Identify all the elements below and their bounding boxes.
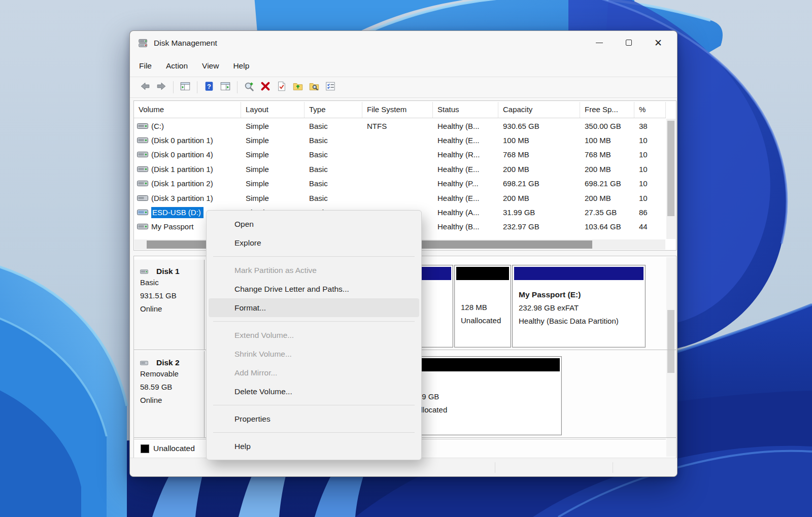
titlebar[interactable]: Disk Management ✕ xyxy=(130,31,677,55)
scrollbar-thumb[interactable] xyxy=(667,310,674,373)
menubar-item-view[interactable]: View xyxy=(202,58,226,74)
context-menu-item-explore[interactable]: Explore xyxy=(209,233,419,252)
legend-label: Unallocated xyxy=(153,444,195,453)
context-menu-item-help[interactable]: Help xyxy=(209,437,419,456)
volume-row[interactable]: (Disk 3 partition 1)SimpleBasicHealthy (… xyxy=(134,191,666,205)
percent-free-cell: 10 xyxy=(634,194,666,202)
drive-icon xyxy=(137,166,148,173)
close-button[interactable]: ✕ xyxy=(644,31,673,54)
volume-name-cell[interactable]: (Disk 1 partition 1) xyxy=(134,165,241,174)
disk-info-2[interactable]: Disk 2Removable58.59 GBOnline xyxy=(134,351,205,437)
capacity-cell: 232.97 GB xyxy=(498,222,580,231)
context-menu-item-extend-volume: Extend Volume... xyxy=(209,326,419,344)
volume-name-cell[interactable]: (Disk 1 partition 2) xyxy=(134,179,241,188)
context-menu-item-change-drive-letter-and-paths[interactable]: Change Drive Letter and Paths... xyxy=(209,280,419,298)
type-cell: Basic xyxy=(304,122,362,130)
toolbar-properties-list-button[interactable] xyxy=(322,80,339,95)
window-title: Disk Management xyxy=(154,39,217,48)
minimize-icon xyxy=(596,43,603,43)
toolbar-action-pane-button[interactable] xyxy=(217,80,233,95)
toolbar-help-button[interactable]: ? xyxy=(201,80,217,95)
partition-box[interactable]: My Passport (E:)232.98 GB exFATHealthy (… xyxy=(512,265,646,348)
status-cell: Healthy (B... xyxy=(433,222,498,231)
column-header-0[interactable]: Volume xyxy=(134,102,241,118)
menubar-item-file[interactable]: File xyxy=(139,58,159,74)
status-cell: Healthy (A... xyxy=(433,208,498,217)
disk-info-1[interactable]: Disk 1Basic931.51 GBOnline xyxy=(134,260,205,350)
column-header-5[interactable]: Capacity xyxy=(498,102,580,118)
status-cell: Healthy (E... xyxy=(433,136,498,145)
disk-pane-vertical-scrollbar[interactable] xyxy=(666,257,675,457)
column-header-6[interactable]: Free Sp... xyxy=(580,102,634,118)
toolbar-back-button[interactable] xyxy=(137,80,153,95)
menubar-item-action[interactable]: Action xyxy=(166,58,195,74)
volume-row[interactable]: (Disk 1 partition 2)SimpleBasicHealthy (… xyxy=(134,177,666,191)
partition-label-line: Unallocated xyxy=(407,403,560,417)
partition-box[interactable]: 128 MBUnallocated xyxy=(454,265,511,348)
context-menu-item-delete-volume[interactable]: Delete Volume... xyxy=(209,382,419,401)
volume-row[interactable]: (C:)SimpleBasicNTFSHealthy (B...930.65 G… xyxy=(134,119,666,133)
type-cell: Basic xyxy=(304,165,362,174)
percent-free-cell: 10 xyxy=(634,179,666,188)
drive-selected-icon xyxy=(137,209,148,216)
partition-label-line: Healthy (Basic Data Partition) xyxy=(519,315,644,328)
context-menu-item-format[interactable]: Format... xyxy=(209,298,419,317)
disk-size: 58.59 GB xyxy=(140,381,204,394)
volume-row[interactable]: (Disk 0 partition 4)SimpleBasicHealthy (… xyxy=(134,148,666,162)
close-icon: ✕ xyxy=(654,38,662,48)
toolbar-forward-button[interactable] xyxy=(153,80,170,95)
free-space-cell: 350.00 GB xyxy=(580,122,634,130)
toolbar-folder-search-button[interactable] xyxy=(306,80,322,95)
toolbar-rescan-disks-button[interactable] xyxy=(241,80,257,95)
desktop: Disk Management ✕ FileActionViewHelp ? V… xyxy=(0,0,812,517)
volume-row[interactable]: (Disk 0 partition 1)SimpleBasicHealthy (… xyxy=(134,133,666,147)
toolbar-separator xyxy=(237,81,238,93)
status-cell: Healthy (B... xyxy=(433,122,498,130)
toolbar-separator xyxy=(197,81,197,93)
disk-name: Disk 2 xyxy=(140,358,204,367)
column-header-7[interactable]: % xyxy=(634,102,666,118)
capacity-cell: 200 MB xyxy=(498,165,580,174)
toolbar-folder-up-button[interactable] xyxy=(290,80,306,95)
drive-icon xyxy=(137,180,148,187)
volume-row[interactable]: (Disk 1 partition 1)SimpleBasicHealthy (… xyxy=(134,162,666,176)
column-header-3[interactable]: File System xyxy=(362,102,433,118)
context-menu-item-properties[interactable]: Properties xyxy=(209,409,419,428)
console-tree-icon xyxy=(180,81,191,94)
maximize-button[interactable] xyxy=(614,31,644,54)
volume-name-cell[interactable]: (Disk 0 partition 1) xyxy=(134,136,241,145)
toolbar-delete-button[interactable] xyxy=(257,80,274,95)
volume-name-cell[interactable]: (Disk 0 partition 4) xyxy=(134,150,241,159)
layout-cell: Simple xyxy=(241,194,304,202)
minimize-button[interactable] xyxy=(585,31,614,54)
column-header-2[interactable]: Type xyxy=(304,102,362,118)
partition-label-line: 26.59 GB xyxy=(407,390,560,403)
volume-list-vertical-scrollbar[interactable] xyxy=(666,119,675,239)
column-header-4[interactable]: Status xyxy=(433,102,498,118)
help-icon: ? xyxy=(204,81,215,94)
partition-label: 26.59 GBUnallocated xyxy=(402,373,560,433)
partition-box[interactable]: 26.59 GBUnallocated xyxy=(400,356,562,435)
type-cell: Basic xyxy=(304,179,362,188)
column-header-1[interactable]: Layout xyxy=(241,102,304,118)
context-menu-separator xyxy=(213,321,415,322)
volume-name-cell[interactable]: (C:) xyxy=(134,122,241,130)
volume-name-cell[interactable]: (Disk 3 partition 1) xyxy=(134,194,241,202)
context-menu-item-open[interactable]: Open xyxy=(209,215,419,233)
scrollbar-thumb[interactable] xyxy=(667,121,674,216)
folder-search-icon xyxy=(309,81,320,94)
toolbar-check-document-button[interactable] xyxy=(274,80,290,95)
disk-size: 931.51 GB xyxy=(140,289,204,302)
toolbar-console-tree-button[interactable] xyxy=(177,80,193,95)
menubar-item-help[interactable]: Help xyxy=(233,58,256,74)
capacity-cell: 100 MB xyxy=(498,136,580,145)
partition-label: My Passport (E:)232.98 GB exFATHealthy (… xyxy=(514,282,644,346)
drive-icon xyxy=(137,123,148,129)
layout-cell: Simple xyxy=(241,136,304,145)
status-cell: Healthy (E... xyxy=(433,194,498,202)
file-system-cell: NTFS xyxy=(362,122,433,130)
legend-item: Unallocated xyxy=(141,444,195,453)
free-space-cell: 200 MB xyxy=(580,165,634,174)
context-menu-separator xyxy=(213,256,415,257)
layout-cell: Simple xyxy=(241,165,304,174)
